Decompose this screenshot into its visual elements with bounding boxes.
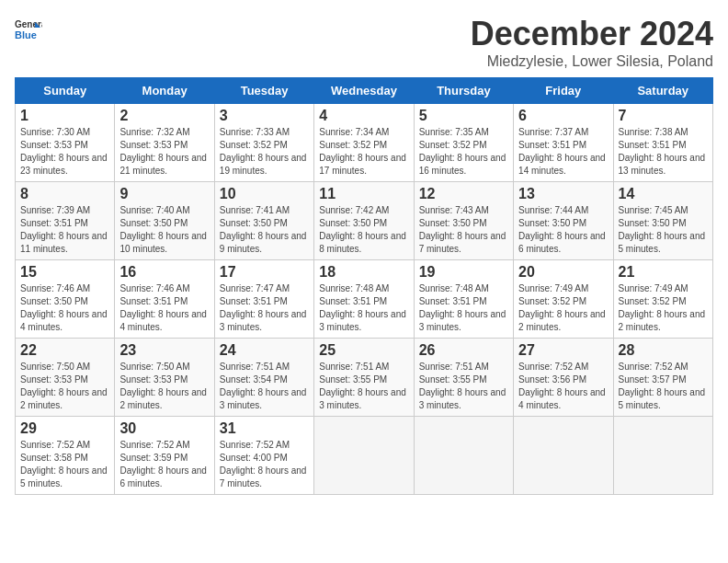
week-row: 22 Sunrise: 7:50 AM Sunset: 3:53 PM Dayl… [16, 339, 713, 417]
title-section: December 2024 Miedzylesie, Lower Silesia… [471, 15, 713, 70]
table-row: 27 Sunrise: 7:52 AM Sunset: 3:56 PM Dayl… [514, 339, 613, 417]
table-row: 1 Sunrise: 7:30 AM Sunset: 3:53 PM Dayli… [16, 104, 115, 182]
table-row: 28 Sunrise: 7:52 AM Sunset: 3:57 PM Dayl… [613, 339, 712, 417]
table-row: 5 Sunrise: 7:35 AM Sunset: 3:52 PM Dayli… [414, 104, 513, 182]
col-saturday: Saturday [613, 78, 712, 104]
header-row: Sunday Monday Tuesday Wednesday Thursday… [16, 78, 713, 104]
month-title: December 2024 [471, 15, 713, 53]
table-row: 18 Sunrise: 7:48 AM Sunset: 3:51 PM Dayl… [314, 260, 414, 339]
header: General Blue December 2024 Miedzylesie, … [15, 15, 713, 70]
table-row: 21 Sunrise: 7:49 AM Sunset: 3:52 PM Dayl… [613, 260, 712, 339]
table-row: 10 Sunrise: 7:41 AM Sunset: 3:50 PM Dayl… [214, 182, 313, 260]
table-row: 30 Sunrise: 7:52 AM Sunset: 3:59 PM Dayl… [115, 417, 214, 495]
col-thursday: Thursday [414, 78, 513, 104]
table-row: 8 Sunrise: 7:39 AM Sunset: 3:51 PM Dayli… [16, 182, 115, 260]
week-row: 1 Sunrise: 7:30 AM Sunset: 3:53 PM Dayli… [16, 104, 713, 182]
col-monday: Monday [115, 78, 214, 104]
svg-text:General: General [15, 19, 42, 29]
table-row: 13 Sunrise: 7:44 AM Sunset: 3:50 PM Dayl… [514, 182, 613, 260]
col-tuesday: Tuesday [214, 78, 313, 104]
table-row: 17 Sunrise: 7:47 AM Sunset: 3:51 PM Dayl… [214, 260, 313, 339]
table-row: 9 Sunrise: 7:40 AM Sunset: 3:50 PM Dayli… [115, 182, 214, 260]
table-row: 7 Sunrise: 7:38 AM Sunset: 3:51 PM Dayli… [613, 104, 712, 182]
table-row: 24 Sunrise: 7:51 AM Sunset: 3:54 PM Dayl… [214, 339, 313, 417]
table-row: 4 Sunrise: 7:34 AM Sunset: 3:52 PM Dayli… [314, 104, 414, 182]
logo: General Blue [15, 15, 42, 42]
table-row: 11 Sunrise: 7:42 AM Sunset: 3:50 PM Dayl… [314, 182, 414, 260]
empty-cell [613, 417, 712, 495]
table-row: 2 Sunrise: 7:32 AM Sunset: 3:53 PM Dayli… [115, 104, 214, 182]
location-title: Miedzylesie, Lower Silesia, Poland [471, 53, 713, 70]
empty-cell [414, 417, 513, 495]
table-row: 14 Sunrise: 7:45 AM Sunset: 3:50 PM Dayl… [613, 182, 712, 260]
table-row: 26 Sunrise: 7:51 AM Sunset: 3:55 PM Dayl… [414, 339, 513, 417]
empty-cell [314, 417, 414, 495]
week-row: 29 Sunrise: 7:52 AM Sunset: 3:58 PM Dayl… [16, 417, 713, 495]
table-row: 15 Sunrise: 7:46 AM Sunset: 3:50 PM Dayl… [16, 260, 115, 339]
week-row: 8 Sunrise: 7:39 AM Sunset: 3:51 PM Dayli… [16, 182, 713, 260]
table-row: 3 Sunrise: 7:33 AM Sunset: 3:52 PM Dayli… [214, 104, 313, 182]
table-row: 20 Sunrise: 7:49 AM Sunset: 3:52 PM Dayl… [514, 260, 613, 339]
table-row: 22 Sunrise: 7:50 AM Sunset: 3:53 PM Dayl… [16, 339, 115, 417]
table-row: 29 Sunrise: 7:52 AM Sunset: 3:58 PM Dayl… [16, 417, 115, 495]
empty-cell [514, 417, 613, 495]
week-row: 15 Sunrise: 7:46 AM Sunset: 3:50 PM Dayl… [16, 260, 713, 339]
table-row: 19 Sunrise: 7:48 AM Sunset: 3:51 PM Dayl… [414, 260, 513, 339]
table-row: 23 Sunrise: 7:50 AM Sunset: 3:53 PM Dayl… [115, 339, 214, 417]
table-row: 25 Sunrise: 7:51 AM Sunset: 3:55 PM Dayl… [314, 339, 414, 417]
table-row: 16 Sunrise: 7:46 AM Sunset: 3:51 PM Dayl… [115, 260, 214, 339]
table-row: 31 Sunrise: 7:52 AM Sunset: 4:00 PM Dayl… [214, 417, 313, 495]
calendar-table: Sunday Monday Tuesday Wednesday Thursday… [15, 77, 713, 495]
svg-text:Blue: Blue [15, 29, 37, 40]
table-row: 6 Sunrise: 7:37 AM Sunset: 3:51 PM Dayli… [514, 104, 613, 182]
col-sunday: Sunday [16, 78, 115, 104]
col-wednesday: Wednesday [314, 78, 414, 104]
col-friday: Friday [514, 78, 613, 104]
table-row: 12 Sunrise: 7:43 AM Sunset: 3:50 PM Dayl… [414, 182, 513, 260]
